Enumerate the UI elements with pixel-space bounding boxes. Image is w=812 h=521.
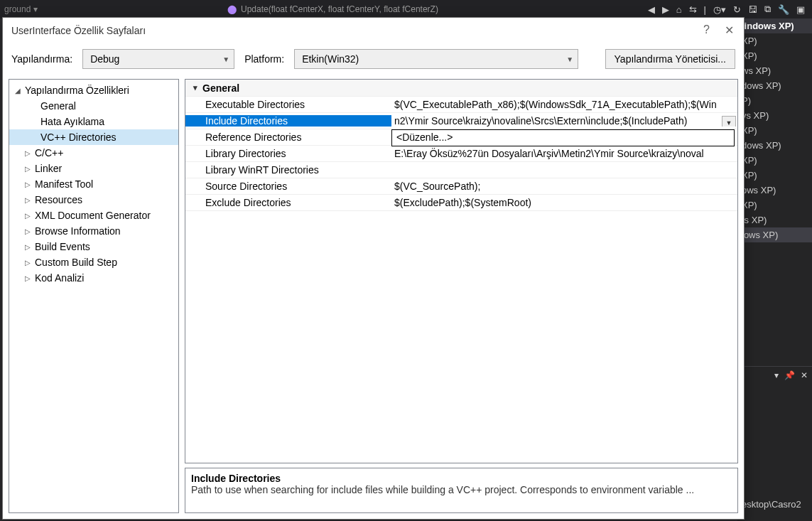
expand-icon[interactable]: ▷ (25, 181, 35, 188)
sync-icon[interactable]: ⇆ (689, 4, 697, 15)
tree-node-label: Custom Build Step (35, 257, 117, 268)
solution-item[interactable]: lows XP) (737, 227, 812, 242)
solution-item[interactable]: P) (737, 93, 812, 108)
tree-node-label: Browse Information (35, 225, 121, 237)
solution-item[interactable]: XP) (737, 33, 812, 48)
property-description: Include Directories Path to use when sea… (185, 468, 738, 513)
properties-icon[interactable]: ▣ (796, 4, 805, 15)
tree-node-label: Linker (35, 163, 62, 174)
breadcrumb[interactable]: ⬤ Update(float fCenterX, float fCenterY,… (227, 4, 438, 14)
home-icon[interactable]: ⌂ (676, 4, 682, 15)
dialog-toolbar: Yapılandırma: Debug ▼ Platform: Etkin(Wi… (3, 43, 744, 75)
expand-icon[interactable]: ▷ (25, 243, 35, 251)
tree-node[interactable]: ▷C/C++ (9, 145, 178, 161)
property-value[interactable]: $(VC_ExecutablePath_x86);$(WindowsSdk_71… (391, 99, 737, 110)
property-row[interactable]: Library WinRT Directories (185, 162, 737, 178)
wrench-icon[interactable]: 🔧 (778, 4, 789, 15)
property-value[interactable]: $(VC_SourcePath); (391, 181, 737, 192)
solution-item[interactable]: XP) (737, 198, 812, 213)
help-icon[interactable]: ? (703, 23, 710, 36)
collapse-icon[interactable]: ◢ (15, 87, 25, 95)
top-left-text: ground (0, 4, 31, 14)
tree-node[interactable]: ▷Manifest Tool (9, 176, 178, 192)
nav-back-icon[interactable]: ◀ (648, 4, 655, 15)
expand-icon[interactable]: ▷ (25, 274, 35, 282)
property-row[interactable]: Source Directories$(VC_SourcePath); (185, 178, 737, 195)
property-row[interactable]: Executable Directories$(VC_ExecutablePat… (185, 97, 737, 113)
platform-label: Platform: (244, 53, 284, 65)
value-dropdown-button[interactable]: ▼ (722, 116, 736, 127)
tree-node[interactable]: ▷Build Events (9, 239, 178, 254)
solution-item[interactable]: /indows XP) (737, 18, 812, 33)
configuration-value: Debug (90, 53, 119, 65)
property-row[interactable]: Library DirectoriesE:\Eray Öksüz%27ün Do… (185, 146, 737, 162)
chevron-down-icon: ▼ (566, 55, 573, 63)
expand-icon[interactable]: ▷ (25, 196, 35, 204)
tree-node-label: XML Document Generator (35, 210, 151, 221)
refresh-icon[interactable]: ↻ (733, 4, 741, 15)
tree-node[interactable]: VC++ Directories (9, 129, 178, 145)
solution-item[interactable]: ws XP) (737, 63, 812, 78)
tree-node[interactable]: Hata Ayıklama (9, 114, 178, 129)
tree-node[interactable]: ▷Resources (9, 192, 178, 208)
tree-node[interactable]: General (9, 98, 178, 114)
solution-item[interactable]: ows XP) (737, 183, 812, 198)
dropdown-arrow-icon[interactable]: ▾ (33, 4, 38, 14)
tree-node[interactable]: ▷Custom Build Step (9, 254, 178, 270)
tree-node[interactable]: ▷Kod Analizi (9, 270, 178, 286)
property-value[interactable]: n2\Ymir Source\kraizy\novaline\Srcs\Exte… (391, 115, 737, 127)
expand-icon[interactable]: ▷ (25, 259, 35, 267)
tree-node-label: Manifest Tool (35, 178, 93, 190)
solution-item[interactable]: dows XP) (737, 138, 812, 153)
nav-fwd-icon[interactable]: ▶ (662, 4, 669, 15)
pin-icon[interactable]: 📌 (784, 370, 795, 380)
tree-node-label: VC++ Directories (40, 131, 117, 143)
history-icon[interactable]: ◷▾ (713, 4, 726, 15)
grid-section-header[interactable]: ▾ General (185, 80, 737, 97)
solution-item[interactable]: /s XP) (737, 213, 812, 227)
tree-node[interactable]: ▷Browse Information (9, 223, 178, 239)
configuration-label: Yapılandırma: (11, 53, 72, 65)
expand-icon[interactable]: ▷ (25, 212, 35, 220)
config-tree[interactable]: ◢ Yapılandırma Özellikleri GeneralHata A… (9, 79, 179, 513)
solution-item[interactable]: XP) (737, 168, 812, 183)
tree-node[interactable]: ▷XML Document Generator (9, 208, 178, 223)
tree-node-label: Resources (35, 194, 82, 205)
tree-node-label: Hata Ayıklama (40, 116, 104, 127)
copy-icon[interactable]: ⧉ (764, 4, 771, 15)
expand-icon[interactable]: ▷ (25, 227, 35, 235)
method-icon: ⬤ (227, 4, 237, 14)
tree-root[interactable]: ◢ Yapılandırma Özellikleri (9, 82, 178, 98)
dropdown-icon[interactable]: ▾ (774, 370, 779, 380)
property-row[interactable]: Exclude Directories$(ExcludePath);$(Syst… (185, 195, 737, 211)
dialog-title: UserInterface Özellik Sayfaları (11, 25, 146, 36)
configuration-combo[interactable]: Debug ▼ (82, 49, 234, 69)
property-name: Exclude Directories (185, 197, 391, 208)
property-value[interactable]: E:\Eray Öksüz%27ün Dosyaları\Arşiv\Metin… (391, 148, 737, 159)
close-panel-icon[interactable]: ✕ (801, 370, 808, 380)
solution-item[interactable]: XP) (737, 48, 812, 63)
expand-icon[interactable]: ▷ (25, 149, 35, 157)
close-icon[interactable]: ✕ (725, 23, 734, 37)
edit-dropdown-item[interactable]: <Düzenle...> (391, 129, 735, 146)
solution-item[interactable]: vs XP) (737, 108, 812, 123)
ide-toolbar: ◀ ▶ ⌂ ⇆ | ◷▾ ↻ 🖫 ⧉ 🔧 ▣ (648, 4, 805, 15)
solution-item[interactable]: XP) (737, 123, 812, 138)
property-name: Library Directories (185, 148, 391, 159)
platform-combo[interactable]: Etkin(Win32) ▼ (294, 49, 578, 69)
solution-explorer-fragment: /indows XP) XP) XP)ws XP)dows XP)P)vs XP… (737, 18, 812, 521)
solution-item[interactable]: dows XP) (737, 78, 812, 93)
tree-node[interactable]: ▷Linker (9, 161, 178, 176)
property-row[interactable]: Include Directoriesn2\Ymir Source\kraizy… (185, 113, 737, 129)
solution-item[interactable]: XP) (737, 153, 812, 168)
platform-value: Etkin(Win32) (302, 53, 359, 65)
path-fragment: esktop\Casro2 (742, 499, 812, 510)
configuration-manager-button[interactable]: Yapılandırma Yöneticisi... (605, 49, 735, 69)
expand-icon[interactable]: ▷ (25, 165, 35, 173)
property-name: Reference Directories (185, 131, 391, 143)
panel-tool-row: ▾ 📌 ✕ (737, 366, 812, 383)
save-all-icon[interactable]: 🖫 (748, 4, 757, 15)
property-value[interactable]: $(ExcludePath);$(SystemRoot) (391, 197, 737, 208)
property-grid[interactable]: ▾ General Executable Directories$(VC_Exe… (185, 79, 738, 463)
property-name: Executable Directories (185, 99, 391, 110)
